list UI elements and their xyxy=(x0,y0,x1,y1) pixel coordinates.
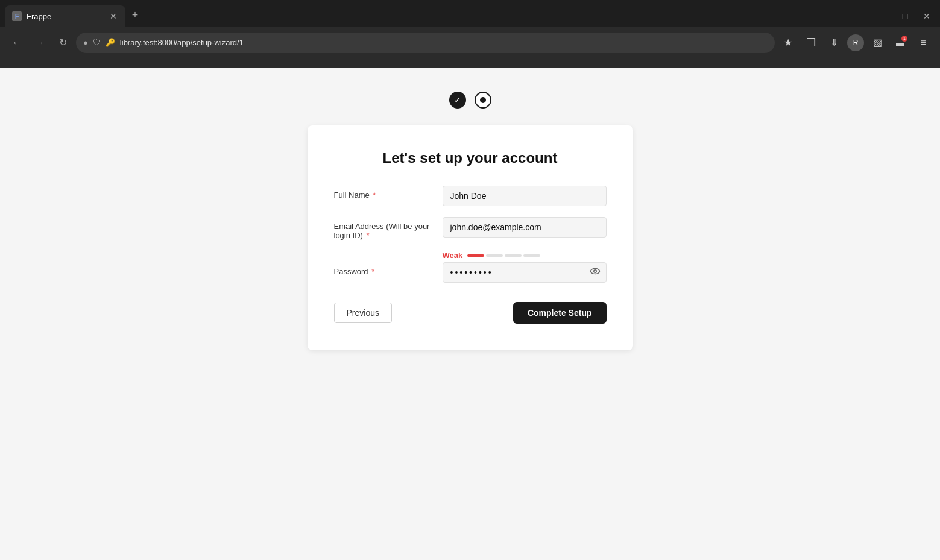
email-label: Email Address (Will be your login ID) * xyxy=(334,217,443,240)
email-group: Email Address (Will be your login ID) * xyxy=(334,217,607,240)
address-bar[interactable]: ● 🛡 🔑 library.test:8000/app/setup-wizard… xyxy=(76,33,775,53)
svg-point-0 xyxy=(590,269,599,274)
step-2-indicator xyxy=(475,92,491,109)
card-title: Let's set up your account xyxy=(334,149,607,166)
full-name-input[interactable] xyxy=(443,186,607,206)
tab-favicon: F xyxy=(12,11,22,21)
menu-button[interactable]: ≡ xyxy=(913,33,933,52)
back-button[interactable]: ← xyxy=(7,33,27,52)
complete-setup-button[interactable]: Complete Setup xyxy=(513,302,607,324)
full-name-required: * xyxy=(371,190,376,200)
url-text: library.test:8000/app/setup-wizard/1 xyxy=(120,38,768,47)
active-tab[interactable]: F Frappe ✕ xyxy=(5,5,125,27)
step-2-active-icon xyxy=(480,97,486,103)
tab-controls: ― □ ✕ xyxy=(875,8,935,27)
new-tab-button[interactable]: + xyxy=(125,5,145,25)
lock-icon: ● xyxy=(83,38,88,47)
key-icon: 🔑 xyxy=(106,38,115,47)
strength-seg-2 xyxy=(486,254,503,257)
profile-button[interactable]: R xyxy=(847,34,864,51)
full-name-label: Full Name * xyxy=(334,186,443,200)
strength-seg-4 xyxy=(523,254,540,257)
refresh-button[interactable]: ↻ xyxy=(53,33,72,52)
svg-point-1 xyxy=(593,270,596,273)
full-name-input-wrap xyxy=(443,186,607,206)
password-required: * xyxy=(370,267,375,276)
nav-right-buttons: ★ ❐ ⇓ R ▧ ▬ 1 ≡ xyxy=(778,33,933,52)
password-label: Password * xyxy=(334,262,443,276)
tab-close-window-button[interactable]: ✕ xyxy=(918,8,935,25)
bookmark-button[interactable]: ★ xyxy=(778,33,798,52)
email-required: * xyxy=(364,231,370,240)
tab-title: Frappe xyxy=(27,12,104,21)
step-1-check-icon: ✓ xyxy=(454,95,461,105)
pocket-button[interactable]: ❐ xyxy=(801,33,821,52)
email-input-wrap xyxy=(443,217,607,238)
step-indicators: ✓ xyxy=(449,92,491,109)
strength-seg-3 xyxy=(505,254,522,257)
form-actions: Previous Complete Setup xyxy=(334,302,607,324)
shield-icon: 🛡 xyxy=(93,38,101,47)
password-group: Password * xyxy=(334,262,607,283)
forward-button[interactable]: → xyxy=(30,33,49,52)
password-strength-row: Weak xyxy=(443,251,607,260)
addon-button[interactable]: ▬ 1 xyxy=(891,33,910,52)
nav-bar: ← → ↻ ● 🛡 🔑 library.test:8000/app/setup-… xyxy=(0,27,940,58)
tab-close-button[interactable]: ✕ xyxy=(109,11,118,21)
password-input-container xyxy=(443,262,607,283)
tab-minimize-button[interactable]: ― xyxy=(875,8,892,25)
page-content: ✓ Let's set up your account Full Name * … xyxy=(0,68,940,560)
password-input[interactable] xyxy=(443,262,607,283)
toggle-password-button[interactable] xyxy=(590,266,601,279)
red-badge: 1 xyxy=(901,36,907,42)
strength-label: Weak xyxy=(443,251,463,260)
tab-bar: F Frappe ✕ + ― □ ✕ xyxy=(0,0,940,27)
strength-seg-1 xyxy=(467,254,484,257)
strength-bar xyxy=(467,254,540,257)
tab-maximize-button[interactable]: □ xyxy=(897,8,913,25)
step-1-indicator: ✓ xyxy=(449,92,466,109)
email-input[interactable] xyxy=(443,217,607,238)
previous-button[interactable]: Previous xyxy=(334,303,392,323)
password-input-wrap xyxy=(443,262,607,283)
download-button[interactable]: ⇓ xyxy=(824,33,844,52)
setup-card: Let's set up your account Full Name * Em… xyxy=(308,125,633,350)
browser-chrome: F Frappe ✕ + ― □ ✕ ← → ↻ ● 🛡 🔑 library.t… xyxy=(0,0,940,68)
full-name-group: Full Name * xyxy=(334,186,607,206)
extensions-button[interactable]: ▧ xyxy=(868,33,887,52)
